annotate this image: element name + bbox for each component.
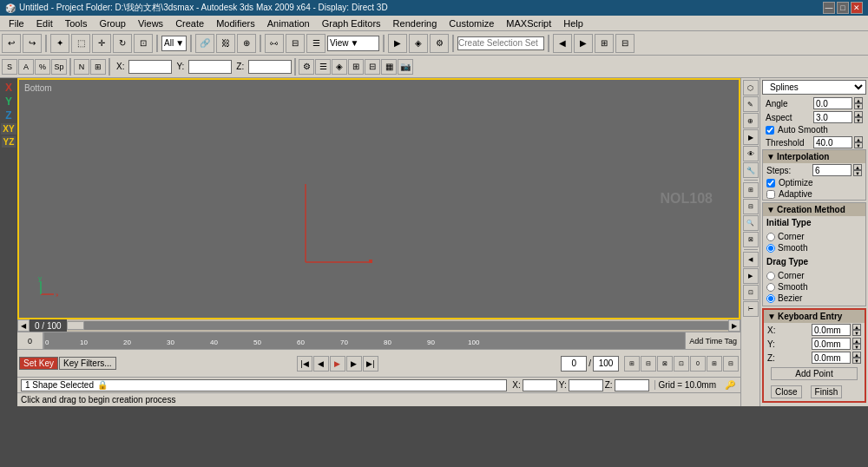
hierarchy-tab[interactable]: ⊕: [743, 113, 759, 128]
threshold-down-btn[interactable]: ▼: [854, 142, 863, 148]
drag-corner-radio[interactable]: [766, 272, 775, 280]
scroll-track[interactable]: [67, 321, 728, 330]
rt-btn-7[interactable]: ⊡: [743, 285, 759, 300]
drag-bezier-radio[interactable]: [766, 294, 775, 303]
snap-btn[interactable]: S: [2, 59, 17, 75]
extra-btn-2[interactable]: ▶: [574, 34, 593, 53]
x-entry-input[interactable]: [812, 324, 851, 336]
named-sel-2[interactable]: ⊞: [90, 59, 106, 75]
steps-down-btn[interactable]: ▼: [853, 170, 862, 176]
create-tab[interactable]: ⬡: [743, 80, 759, 95]
select-button[interactable]: ✦: [50, 34, 69, 53]
material-editor-button[interactable]: ◈: [409, 34, 428, 53]
menu-maxscript[interactable]: MAXScript: [501, 17, 556, 30]
menu-file[interactable]: File: [3, 17, 30, 30]
align-button[interactable]: ⊟: [286, 34, 305, 53]
menu-create[interactable]: Create: [170, 17, 209, 30]
y-up-btn[interactable]: ▲: [852, 338, 861, 344]
y-input[interactable]: [188, 60, 232, 74]
tb-extra-6[interactable]: ▦: [381, 59, 397, 75]
splines-dropdown[interactable]: Splines: [762, 80, 866, 95]
prev-frame-btn[interactable]: ◀: [313, 356, 329, 372]
total-frames-input[interactable]: [593, 356, 619, 372]
bind-button[interactable]: ⊕: [237, 34, 256, 53]
scale-button[interactable]: ⊡: [134, 34, 153, 53]
initial-corner-radio[interactable]: [766, 233, 775, 241]
key-filters-btn[interactable]: Key Filters...: [59, 357, 116, 370]
x-coord-input[interactable]: [523, 379, 557, 391]
rt-btn-1[interactable]: ⊞: [743, 182, 759, 198]
layer-button[interactable]: ☰: [306, 34, 326, 53]
menu-rendering[interactable]: Rendering: [388, 17, 443, 30]
set-key-btn[interactable]: Set Key: [19, 357, 58, 370]
z-input[interactable]: [248, 60, 292, 74]
aspect-down-btn[interactable]: ▼: [854, 117, 863, 123]
rt-btn-6[interactable]: ▶: [743, 268, 759, 284]
steps-input[interactable]: [812, 164, 852, 176]
move-button[interactable]: ✛: [92, 34, 111, 53]
maximize-button[interactable]: □: [837, 2, 849, 14]
redo-button[interactable]: ↪: [23, 34, 42, 53]
rt-btn-3[interactable]: 🔍: [743, 215, 759, 231]
optimize-checkbox[interactable]: [766, 179, 775, 187]
minimize-button[interactable]: —: [823, 2, 835, 14]
menu-animation[interactable]: Animation: [262, 17, 315, 30]
tb-extra-7[interactable]: 📷: [398, 59, 413, 75]
tb-extra-2[interactable]: ☰: [315, 59, 331, 75]
aspect-up-btn[interactable]: ▲: [854, 111, 863, 117]
mini-btn-1[interactable]: ⊞: [624, 356, 640, 372]
go-end-btn[interactable]: ▶|: [363, 356, 378, 372]
initial-smooth-radio[interactable]: [766, 244, 775, 253]
add-time-tag-btn[interactable]: Add Time Tag: [685, 332, 740, 349]
add-point-btn[interactable]: Add Point: [771, 367, 858, 380]
extra-btn-1[interactable]: ◀: [553, 34, 572, 53]
y-down-btn[interactable]: ▼: [852, 344, 861, 350]
all-dropdown[interactable]: All ▼: [161, 36, 187, 51]
angle-down-btn[interactable]: ▼: [854, 103, 863, 109]
z-axis-btn[interactable]: Z: [5, 109, 11, 122]
extra-btn-3[interactable]: ⊞: [595, 34, 614, 53]
render-setup-button[interactable]: ⚙: [430, 34, 449, 53]
x-down-btn[interactable]: ▼: [852, 330, 861, 336]
angle-snap-btn[interactable]: A: [18, 59, 34, 75]
mini-btn-7[interactable]: ⊟: [723, 356, 739, 372]
z-entry-input[interactable]: [812, 352, 851, 364]
y-coord-input[interactable]: [569, 379, 603, 391]
menu-views[interactable]: Views: [133, 17, 168, 30]
mini-btn-6[interactable]: ⊞: [707, 356, 722, 372]
aspect-input[interactable]: [813, 111, 852, 123]
x-input[interactable]: [128, 60, 172, 74]
interpolation-header[interactable]: ▼ Interpolation: [763, 150, 865, 163]
frame-input[interactable]: [561, 356, 587, 372]
mirror-button[interactable]: ⧟: [265, 34, 284, 53]
auto-smooth-checkbox[interactable]: [766, 126, 774, 135]
tb-extra-4[interactable]: ⊞: [348, 59, 364, 75]
modify-tab[interactable]: ✎: [743, 96, 759, 112]
x-axis-btn[interactable]: X: [5, 82, 12, 94]
y-axis-btn[interactable]: Y: [5, 95, 12, 108]
close-button[interactable]: ✕: [851, 2, 863, 14]
link-button[interactable]: 🔗: [195, 34, 214, 53]
menu-edit[interactable]: Edit: [31, 17, 58, 30]
mini-btn-2[interactable]: ⊟: [641, 356, 656, 372]
scroll-left-btn[interactable]: ◀: [17, 319, 30, 332]
finish-btn[interactable]: Finish: [811, 385, 843, 398]
x-up-btn[interactable]: ▲: [852, 324, 861, 330]
menu-help[interactable]: Help: [558, 17, 589, 30]
key-icon[interactable]: 🔑: [723, 380, 737, 390]
view-dropdown[interactable]: View ▼: [327, 36, 379, 51]
tb-extra-3[interactable]: ◈: [332, 59, 347, 75]
scroll-thumb[interactable]: [67, 321, 84, 330]
keyboard-entry-header[interactable]: ▼ Keyboard Entry: [764, 310, 865, 323]
angle-input[interactable]: [813, 97, 852, 109]
angle-up-btn[interactable]: ▲: [854, 97, 863, 103]
named-sel-1[interactable]: N: [74, 59, 89, 75]
rotate-button[interactable]: ↻: [113, 34, 132, 53]
menu-graph-editors[interactable]: Graph Editors: [317, 17, 386, 30]
next-frame-btn[interactable]: ▶: [346, 356, 362, 372]
spinner-snap-btn[interactable]: Sp: [51, 59, 67, 75]
unlink-button[interactable]: ⛓: [216, 34, 235, 53]
display-tab[interactable]: 👁: [743, 146, 759, 161]
mini-btn-3[interactable]: ⊠: [657, 356, 673, 372]
adaptive-checkbox[interactable]: [766, 190, 775, 199]
